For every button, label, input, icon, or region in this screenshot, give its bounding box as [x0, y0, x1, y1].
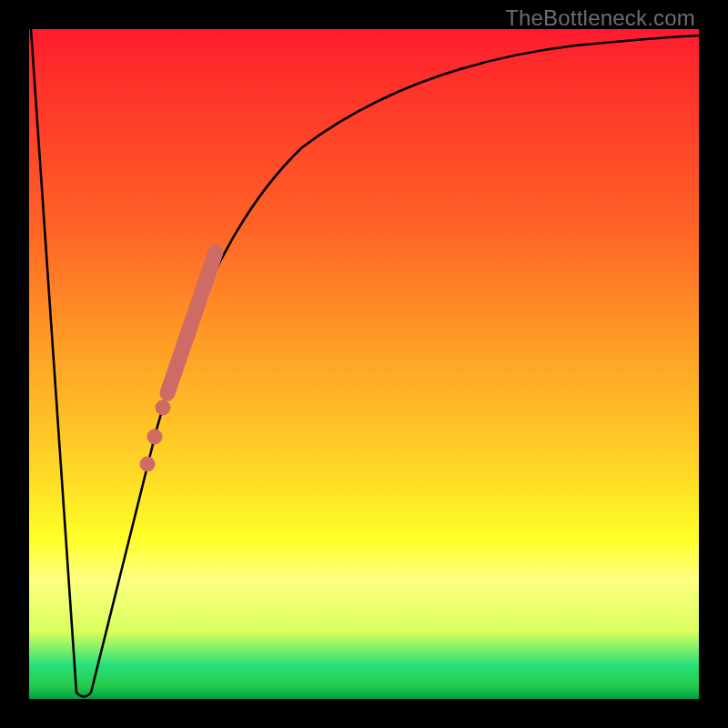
- chart-frame: TheBottleneck.com: [0, 0, 728, 728]
- watermark-text: TheBottleneck.com: [505, 5, 695, 31]
- marker-band: [167, 252, 216, 393]
- bottleneck-curve: [31, 29, 699, 697]
- chart-svg: [29, 29, 699, 699]
- plot-area: [29, 29, 699, 699]
- marker-3: [156, 400, 171, 416]
- marker-1: [140, 457, 156, 472]
- marker-2: [147, 430, 163, 445]
